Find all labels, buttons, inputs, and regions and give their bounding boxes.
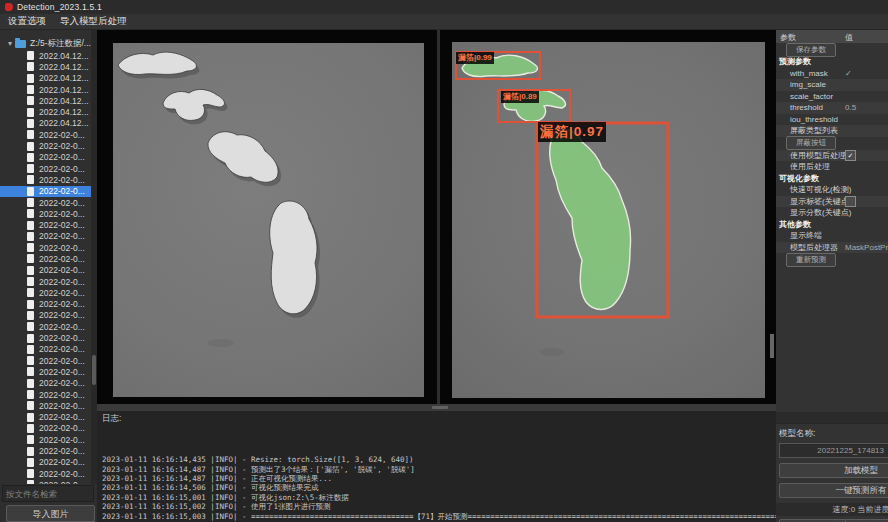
param-row[interactable]: with_mask ✓ [776,68,888,80]
file-icon [27,74,34,83]
tree-file-item[interactable]: 2022-02-0... [0,231,97,242]
defect-image-original [113,43,424,397]
tree-file-item[interactable]: 2022-02-0... [0,321,97,332]
menu-item-import-postprocess[interactable]: 导入模型后处理 [60,15,127,28]
file-tree-panel[interactable]: ▾ Z:/5-标注数据/... 2022.04.12... 2022.04.12… [0,30,97,484]
tree-file-item[interactable]: 2022-02-0... [0,400,97,411]
param-row[interactable]: iou_threshold [776,114,888,126]
file-icon [27,288,34,297]
tree-file-item[interactable]: 2022-02-0... [0,186,97,197]
tree-file-item[interactable]: 2022-02-0... [0,457,97,468]
tree-file-item[interactable]: 2022.04.12... [0,106,97,117]
value-column-header: 值 [845,32,853,43]
detection-label: 漏箔|0.89 [501,91,539,103]
tree-file-item[interactable]: 2022-02-0... [0,276,97,287]
file-icon [27,469,34,478]
tree-file-item[interactable]: 2022.04.12... [0,95,97,106]
tree-file-item[interactable]: 2022.04.12... [0,118,97,129]
param-row[interactable]: 显示分数(关键点) [776,207,888,219]
tree-file-item[interactable]: 2022-02-0... [0,197,97,208]
param-value: 0.5 [845,103,856,112]
tree-file-item[interactable]: 2022.04.12... [0,50,97,61]
tree-file-item[interactable]: 2022-02-0... [0,332,97,343]
tree-file-item[interactable]: 2022-02-0... [0,219,97,230]
menu-item-settings[interactable]: 设置选项 [8,15,46,28]
tree-file-item[interactable]: 2022-02-0... [0,287,97,298]
tree-file-item[interactable]: 2022-02-0... [0,208,97,219]
model-name-field[interactable]: 20221225_174813 [779,443,888,458]
viewport-scrollbar-thumb[interactable] [770,334,774,358]
file-icon [27,62,34,71]
param-row[interactable]: 快速可视化(检测) [776,184,888,196]
tree-item-label: 2022.04.12... [39,118,89,128]
param-row[interactable]: 使用模型后处理 ✓ [776,150,888,162]
param-row[interactable]: 重新预测 [776,253,888,266]
param-row[interactable]: 使用后处理 [776,161,888,173]
chevron-down-icon[interactable]: ▾ [8,39,12,48]
file-icon [27,480,34,484]
predict-all-button[interactable]: 一键预测所有 [779,483,888,498]
tree-file-item[interactable]: 2022.04.12... [0,84,97,95]
log-panel[interactable]: 日志: 2023-01-11 16:16:14,435 |INFO| - Res… [97,411,776,522]
tree-item-label: 2022-02-0... [39,209,85,219]
tree-file-item[interactable]: 2022-02-0... [0,378,97,389]
search-input[interactable] [2,485,94,502]
tree-file-item[interactable]: 2022-02-0... [0,140,97,151]
parameters-panel[interactable]: 参数 值 保存参数 预测参数 with_mask ✓ img_scale [776,30,888,412]
param-value: ✓ [845,150,856,161]
log-splitter[interactable] [97,404,776,411]
log-line: 2023-01-11 16:16:14,435 |INFO| - Resize:… [102,455,776,464]
tree-scrollbar-thumb[interactable] [92,355,96,385]
param-label: threshold [790,103,823,112]
param-label: 预测参数 [779,56,811,67]
load-model-button[interactable]: 加载模型 [779,463,888,478]
tree-file-item[interactable]: 2022.04.12... [0,73,97,84]
tree-file-item[interactable]: 2022-02-0... [0,355,97,366]
param-label: 显示标签(关键点) [790,196,851,207]
tree-file-item[interactable]: 2022-02-0... [0,412,97,423]
param-row[interactable]: 模型后处理器 MaskPostProcess [776,242,888,254]
prediction-image-viewport[interactable]: 漏箔|0.99 漏箔|0.89 漏箔|0.97 [452,42,765,398]
file-icon [27,187,34,196]
param-row[interactable]: 预测参数 [776,56,888,68]
file-icon [27,119,34,128]
param-row[interactable]: threshold 0.5 [776,102,888,114]
tree-item-label: 2022-02-0... [39,152,85,162]
tree-file-item[interactable]: 2022-02-0... [0,129,97,140]
param-row[interactable]: 保存参数 [776,43,888,56]
tree-file-item[interactable]: 2022-02-0... [0,423,97,434]
param-row[interactable]: 显示标签(关键点) [776,196,888,208]
param-row[interactable]: scale_factor [776,91,888,103]
tree-file-item[interactable]: 2022-02-0... [0,445,97,456]
tree-file-item[interactable]: 2022-02-0... [0,253,97,264]
param-row[interactable]: img_scale [776,79,888,91]
tree-file-item[interactable]: 2022-02-0... [0,163,97,174]
file-icon [27,334,34,343]
tree-file-item[interactable]: 2022-02-0... [0,242,97,253]
param-row[interactable]: 可视化参数 [776,173,888,185]
tree-file-item[interactable]: 2022-02-0... [0,389,97,400]
original-image-viewport[interactable] [113,43,424,397]
file-icon [27,413,34,422]
tree-root-folder[interactable]: ▾ Z:/5-标注数据/... [0,37,97,50]
param-row[interactable]: 显示终端 [776,230,888,242]
panel-divider [776,412,888,424]
tree-file-item[interactable]: 2022-02-0... [0,299,97,310]
param-label: img_scale [790,80,826,89]
import-images-button[interactable]: 导入图片 [6,505,95,522]
param-row[interactable]: 屏蔽按钮 [776,137,888,150]
tree-file-item[interactable]: 2022-02-0... [0,479,97,484]
tree-file-item[interactable]: 2022-02-0... [0,434,97,445]
param-row[interactable]: 屏蔽类型列表 [776,125,888,137]
tree-file-item[interactable]: 2022-02-0... [0,152,97,163]
tree-item-label: 2022-02-0... [39,175,85,185]
tree-file-item[interactable]: 2022-02-0... [0,174,97,185]
splitter-handle[interactable] [432,406,448,409]
tree-file-item[interactable]: 2022-02-0... [0,468,97,479]
tree-file-item[interactable]: 2022-02-0... [0,265,97,276]
tree-file-item[interactable]: 2022.04.12... [0,61,97,72]
tree-file-item[interactable]: 2022-02-0... [0,366,97,377]
tree-file-item[interactable]: 2022-02-0... [0,310,97,321]
tree-file-item[interactable]: 2022-02-0... [0,344,97,355]
param-row[interactable]: 其他参数 [776,219,888,231]
